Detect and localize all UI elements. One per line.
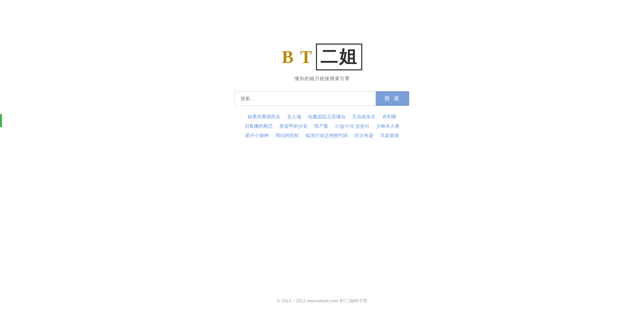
scrollbar-indicator <box>0 114 2 127</box>
logo-bt: B T <box>282 47 313 67</box>
hot-link[interactable]: 穿蓝甲的少女 <box>279 123 308 129</box>
hot-links-row-2: 贝鲁娜的尾巴 穿蓝甲的少女 怪尸案 이밤이여 영원히 少林木人巷 <box>245 123 399 129</box>
logo-chinese: 二姐 <box>316 44 362 70</box>
search-input[interactable] <box>235 91 376 106</box>
subtitle: 懂你的磁力链接搜索引擎 <box>294 76 350 82</box>
search-area: 搜 索 <box>235 91 409 106</box>
hot-link[interactable]: 怪尸案 <box>314 123 328 129</box>
hot-link[interactable]: 如果你离我而去 <box>248 114 280 120</box>
main-container: B T 二姐 懂你的磁力链接搜索引擎 搜 索 如果你离我而去 女人魂 仙魔游踪之… <box>0 44 644 139</box>
hot-link[interactable]: 이밤이여 영원히 <box>335 123 369 129</box>
search-button[interactable]: 搜 索 <box>376 91 409 106</box>
hot-links-row-1: 如果你离我而去 女人魂 仙魔游踪之百懂仙 五岛闹东京 布利斯 <box>248 114 396 120</box>
hot-link[interactable]: 布利斯 <box>382 114 396 120</box>
hot-link[interactable]: 少林木人巷 <box>376 123 399 129</box>
hot-links-row-3: 星仔小厨神 周日的忧郁 猛龙行动之绝密代码 巨大奇迹 乌龙英雄 <box>245 133 399 139</box>
footer-text: © 2013 ~ 2021 www.bterjie.com BT二姐种子吧 <box>277 298 367 303</box>
hot-link[interactable]: 星仔小厨神 <box>245 133 269 139</box>
hot-link[interactable]: 猛龙行动之绝密代码 <box>306 133 348 139</box>
hot-link[interactable]: 乌龙英雄 <box>380 133 399 139</box>
hot-link[interactable]: 贝鲁娜的尾巴 <box>245 123 273 129</box>
hot-link[interactable]: 巨大奇迹 <box>355 133 373 139</box>
hot-link[interactable]: 女人魂 <box>287 114 301 120</box>
logo-area: B T 二姐 <box>282 44 362 70</box>
footer: © 2013 ~ 2021 www.bterjie.com BT二姐种子吧 <box>0 298 644 304</box>
hot-link[interactable]: 仙魔游踪之百懂仙 <box>308 114 345 120</box>
hot-link[interactable]: 五岛闹东京 <box>352 114 376 120</box>
hot-link[interactable]: 周日的忧郁 <box>275 133 299 139</box>
hot-links: 如果你离我而去 女人魂 仙魔游踪之百懂仙 五岛闹东京 布利斯 贝鲁娜的尾巴 穿蓝… <box>245 114 399 139</box>
